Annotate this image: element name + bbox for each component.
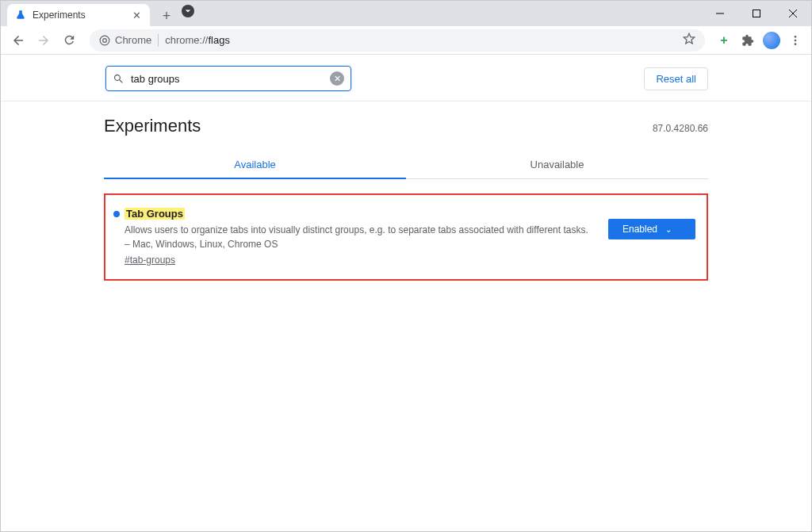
divider <box>1 101 811 101</box>
experiment-description: Allows users to organize tabs into visua… <box>124 223 592 251</box>
flask-icon <box>15 10 26 21</box>
maximize-button[interactable] <box>738 1 775 26</box>
tab-title: Experiments <box>33 10 124 21</box>
reload-button[interactable] <box>58 29 80 52</box>
page-content: ✕ Reset all Experiments 87.0.4280.66 Ava… <box>1 55 811 531</box>
url-text: chrome://flags <box>165 34 230 46</box>
window-controls <box>702 1 811 26</box>
titlebar: Experiments ✕ + <box>1 1 811 26</box>
tab-available[interactable]: Available <box>104 151 406 178</box>
chrome-icon <box>99 35 110 46</box>
omnibox-divider <box>158 34 159 47</box>
minimize-button[interactable] <box>702 1 738 26</box>
clear-search-button[interactable]: ✕ <box>330 71 344 86</box>
experiment-hash-link[interactable]: #tab-groups <box>124 255 175 266</box>
back-button[interactable] <box>7 29 29 52</box>
svg-point-4 <box>795 39 797 41</box>
chevron-down-icon: ⌄ <box>665 225 672 234</box>
tabs: Available Unavailable <box>104 151 708 179</box>
svg-point-5 <box>795 43 797 45</box>
browser-window: Experiments ✕ + Chrome chr <box>0 0 812 532</box>
forward-button[interactable] <box>33 29 55 52</box>
close-tab-button[interactable]: ✕ <box>131 10 142 21</box>
select-value: Enabled <box>622 224 657 235</box>
extensions-icon[interactable] <box>738 31 757 50</box>
tab-unavailable[interactable]: Unavailable <box>406 151 708 178</box>
address-bar[interactable]: Chrome chrome://flags <box>90 29 705 52</box>
origin-label: Chrome <box>115 34 151 46</box>
svg-point-2 <box>103 38 107 42</box>
bookmark-star-icon[interactable] <box>683 33 695 48</box>
page-title: Experiments <box>104 116 201 136</box>
kebab-menu-icon[interactable] <box>786 31 805 50</box>
bullet-icon <box>113 211 120 217</box>
experiment-state-select[interactable]: Enabled ⌄ <box>608 219 695 239</box>
close-window-button[interactable] <box>775 1 811 26</box>
site-info-chip[interactable]: Chrome <box>99 34 151 46</box>
experiment-row: Tab Groups Allows users to organize tabs… <box>113 208 695 266</box>
new-tab-button[interactable]: + <box>156 6 177 26</box>
svg-point-3 <box>795 36 797 38</box>
experiment-info: Tab Groups Allows users to organize tabs… <box>113 208 592 266</box>
highlighted-experiment: Tab Groups Allows users to organize tabs… <box>104 193 708 281</box>
search-row: ✕ Reset all <box>104 55 708 101</box>
version-label: 87.0.4280.66 <box>653 123 708 134</box>
search-input[interactable] <box>131 73 324 85</box>
svg-point-1 <box>100 36 109 45</box>
browser-toolbar: Chrome chrome://flags + <box>1 26 811 55</box>
experiment-title: Tab Groups <box>124 208 185 220</box>
search-box[interactable]: ✕ <box>105 66 351 91</box>
tab-search-button[interactable] <box>182 5 194 17</box>
svg-rect-0 <box>753 10 760 17</box>
profile-avatar[interactable] <box>762 31 781 50</box>
reset-all-button[interactable]: Reset all <box>644 67 708 90</box>
heading-row: Experiments 87.0.4280.66 <box>104 111 708 151</box>
search-icon <box>113 73 124 85</box>
toolbar-actions: + <box>714 31 805 50</box>
extension-plus-icon[interactable]: + <box>714 31 733 50</box>
browser-tab[interactable]: Experiments ✕ <box>7 4 150 26</box>
